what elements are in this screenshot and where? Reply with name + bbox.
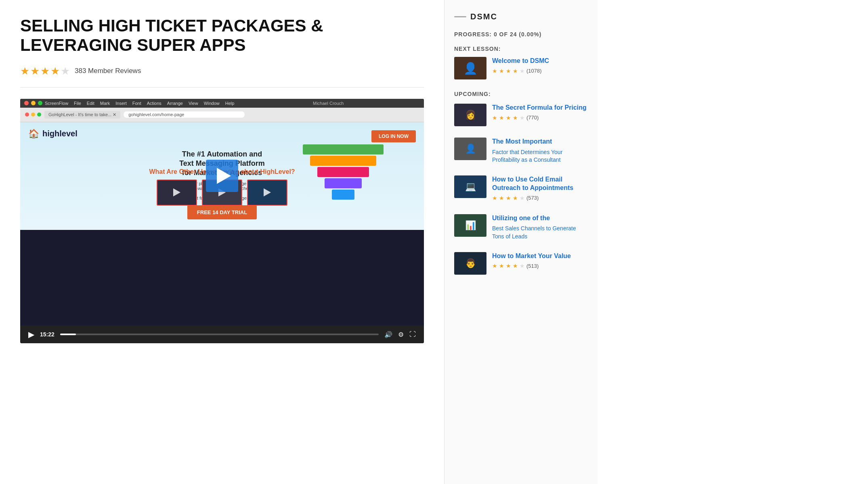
video-timestamp: 15:22	[40, 331, 55, 338]
next-lesson-label: NEXT LESSON:	[454, 46, 588, 52]
upcoming-lesson-3-stars: ★ ★ ★ ★ ★ (573)	[492, 195, 588, 201]
lesson-star-1: ★	[492, 68, 497, 74]
mac-menu-center: Michael Crouch	[237, 101, 420, 106]
lesson-star-3: ★	[506, 68, 511, 74]
upcoming-lesson-2[interactable]: 👤 The Most Important Factor that Determi…	[454, 138, 588, 164]
menu-insert[interactable]: Insert	[115, 101, 127, 106]
menu-window[interactable]: Window	[204, 101, 220, 106]
tab-max[interactable]	[37, 113, 41, 117]
testimonial-1[interactable]	[157, 179, 197, 206]
upcoming-lesson-1-info: The Secret Formula for Pricing ★ ★ ★ ★ ★…	[492, 104, 588, 126]
highlevel-logo-icon: 🏠	[28, 129, 39, 139]
testimonial-3[interactable]	[247, 179, 287, 206]
video-play-overlay[interactable]	[206, 160, 238, 192]
menu-edit[interactable]: Edit	[87, 101, 94, 106]
browser-controls	[25, 113, 41, 117]
upcoming-lesson-5-count: (513)	[526, 263, 539, 269]
video-progress-fill	[60, 334, 76, 335]
upcoming-lesson-5-thumb: 👨	[454, 252, 486, 275]
fullscreen-icon[interactable]: ⛶	[409, 331, 416, 338]
highlevel-trial-button[interactable]: FREE 14 DAY TRIAL	[187, 205, 257, 219]
tab-min[interactable]	[31, 113, 35, 117]
star-5: ★	[61, 65, 70, 77]
upcoming-lesson-4[interactable]: 📊 Utilizing one of the Best Sales Channe…	[454, 214, 588, 241]
menu-file[interactable]: File	[74, 101, 81, 106]
upcoming-lesson-4-thumb: 📊	[454, 214, 486, 237]
star-4: ★	[50, 65, 60, 77]
minimize-dot[interactable]	[31, 101, 36, 105]
lesson-star-4: ★	[513, 68, 518, 74]
close-dot[interactable]	[24, 101, 29, 105]
video-progress-bar[interactable]	[60, 334, 379, 335]
upcoming-lesson-5[interactable]: 👨 How to Market Your Value ★ ★ ★ ★ ★ (51…	[454, 252, 588, 275]
upcoming-lesson-5-title[interactable]: How to Market Your Value	[492, 252, 588, 261]
star-1: ★	[20, 65, 29, 77]
upcoming-lesson-1-count: (770)	[526, 115, 539, 121]
video-screenshot: ScreenFlow File Edit Mark Insert Font Ac…	[20, 99, 424, 326]
menu-mark[interactable]: Mark	[100, 101, 110, 106]
menu-bar: ScreenFlow File Edit Mark Insert Font Ac…	[45, 101, 234, 106]
menu-font[interactable]: Font	[132, 101, 141, 106]
sidebar-logo: DSMC	[454, 12, 588, 21]
upcoming-lesson-3[interactable]: 💻 How to Use Cold Email Outreach to Appo…	[454, 175, 588, 203]
upcoming-lesson-5-stars: ★ ★ ★ ★ ★ (513)	[492, 263, 588, 269]
tab-close[interactable]	[25, 113, 29, 117]
play-icon-3	[264, 188, 271, 196]
sidebar-progress: PROGRESS: 0 OF 24 (0.00%)	[454, 31, 588, 38]
upcoming-lesson-3-count: (573)	[526, 195, 539, 201]
browser-chrome: GoHighLevel - It's time to take... ✕ goh…	[20, 108, 424, 122]
upcoming-lesson-3-title[interactable]: How to Use Cold Email Outreach to Appoin…	[492, 175, 588, 192]
settings-icon[interactable]: ⚙	[398, 331, 404, 338]
course-title: SELLING HIGH TICKET PACKAGES & LEVERAGIN…	[20, 16, 424, 55]
menu-help[interactable]: Help	[225, 101, 235, 106]
upcoming-lesson-1[interactable]: 👩 The Secret Formula for Pricing ★ ★ ★ ★…	[454, 104, 588, 126]
main-content: SELLING HIGH TICKET PACKAGES & LEVERAGIN…	[0, 0, 444, 484]
play-pause-button[interactable]: ▶	[28, 330, 34, 339]
play-icon-1	[173, 188, 180, 196]
next-lesson-thumbnail: 👤	[454, 57, 486, 79]
upcoming-lesson-1-title[interactable]: The Secret Formula for Pricing	[492, 104, 588, 112]
maximize-dot[interactable]	[38, 101, 42, 105]
upcoming-lesson-2-desc: Factor that Determines Your Profitabilit…	[492, 148, 588, 164]
star-3: ★	[40, 65, 50, 77]
video-player[interactable]: ScreenFlow File Edit Mark Insert Font Ac…	[20, 99, 424, 344]
star-2: ★	[30, 65, 40, 77]
play-triangle-icon	[217, 168, 231, 184]
menu-view[interactable]: View	[189, 101, 198, 106]
sidebar: DSMC PROGRESS: 0 OF 24 (0.00%) NEXT LESS…	[444, 0, 598, 484]
sidebar-logo-text: DSMC	[470, 12, 497, 21]
browser-url[interactable]: gohighlevel.com/home-page	[124, 111, 245, 118]
lesson-star-5: ★	[520, 68, 525, 74]
menu-actions[interactable]: Actions	[147, 101, 161, 106]
browser-tab[interactable]: GoHighLevel - It's time to take... ✕	[44, 111, 120, 119]
upcoming-lesson-2-title[interactable]: The Most Important	[492, 138, 588, 146]
upcoming-lesson-1-thumb: 👩	[454, 104, 486, 126]
menu-arrange[interactable]: Arrange	[167, 101, 183, 106]
screenflow-bar: ScreenFlow File Edit Mark Insert Font Ac…	[20, 99, 424, 108]
video-controls-bar: ▶ 15:22 🔊 ⚙ ⛶	[20, 325, 424, 343]
volume-icon[interactable]: 🔊	[384, 331, 392, 338]
upcoming-label: UPCOMING:	[454, 91, 588, 97]
next-lesson-info: Welcome to DSMC ★ ★ ★ ★ ★ (1078)	[492, 57, 588, 79]
upcoming-lesson-2-thumb: 👤	[454, 138, 486, 160]
highlevel-logo: 🏠 highlevel	[28, 129, 78, 139]
upcoming-lesson-2-info: The Most Important Factor that Determine…	[492, 138, 588, 164]
divider	[20, 87, 424, 88]
next-lesson-stars: ★ ★ ★ ★ ★ (1078)	[492, 68, 588, 74]
upcoming-lesson-3-info: How to Use Cold Email Outreach to Appoin…	[492, 175, 588, 203]
upcoming-lesson-1-stars: ★ ★ ★ ★ ★ (770)	[492, 115, 588, 121]
review-count: 383 Member Reviews	[75, 67, 141, 75]
highlevel-login-button[interactable]: LOG IN NOW	[371, 130, 416, 142]
next-lesson-title[interactable]: Welcome to DSMC	[492, 57, 588, 65]
sidebar-logo-line	[454, 16, 466, 17]
upcoming-lesson-4-desc: Best Sales Channels to Generate Tons of …	[492, 225, 588, 240]
next-lesson-rating-count: (1078)	[526, 68, 542, 74]
next-lesson-card[interactable]: 👤 Welcome to DSMC ★ ★ ★ ★ ★ (1078)	[454, 57, 588, 79]
highlevel-logo-text: highlevel	[42, 129, 78, 138]
upcoming-lesson-5-info: How to Market Your Value ★ ★ ★ ★ ★ (513)	[492, 252, 588, 275]
menu-screenflow[interactable]: ScreenFlow	[45, 101, 68, 106]
highlevel-page: 🏠 highlevel LOG IN NOW The #1 Automatio	[20, 122, 424, 230]
upcoming-lesson-4-title[interactable]: Utilizing one of the	[492, 214, 588, 223]
rating-row: ★ ★ ★ ★ ★ 383 Member Reviews	[20, 65, 424, 77]
upcoming-lesson-4-info: Utilizing one of the Best Sales Channels…	[492, 214, 588, 241]
